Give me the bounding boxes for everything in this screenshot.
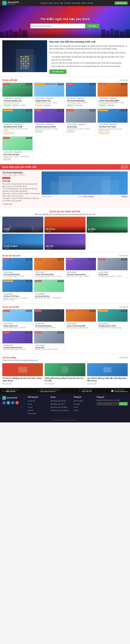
saigon-section: Dự án tại Sài Gòn Xem tất cả Đang bán 07… [0,253,130,304]
footer-newsletter-col: Thông tin Đăng ký nhận thông tin mới nhấ… [97,396,128,415]
city-name-danang: Đà Nẵng [88,228,127,230]
header: RE REALESTATE Bất động sản Trang chủ Dự … [0,0,130,6]
phone-button[interactable]: 0962.482.424 [115,2,128,5]
hn-card-5[interactable]: Đang bán 07/2021 Dt: 25 - 72 km² Verosa … [34,331,64,351]
footer-logo-col: RE REALESTATE f t in ▶ [2,396,25,415]
city-count-danang: 18 dự án [88,230,127,232]
hn-card-2[interactable]: Đang bán 07/2021 Dt: 29 - 32 km² Lorem V… [66,309,96,330]
prop-name-6: Verosa Park [67,126,95,128]
email-icon: ✉ [38,390,39,392]
nav-beautiful[interactable]: Căn hộ đẹp [72,2,80,4]
city-count-haiphong: 19 dự án [46,230,84,232]
news-card-0[interactable]: Tin tức các bất động sản mới chính thức … [2,363,43,385]
city-name-cantho: Cần Thơ [46,245,84,247]
prop-card-6[interactable]: Đang bán 07/2021 Dt: 29 - 32 km² Tầng nh… [66,109,96,135]
hero-section: Tìm kiếm ngôi nhà bạn yêu thích Tìm kiếm [0,6,130,38]
nav-contact[interactable]: Liên hệ [88,2,93,4]
about-learn-more-button[interactable]: Tìm hiểu thêm [49,70,66,74]
footer-info-3[interactable]: Hỗ trợ [74,409,94,412]
featured-view-all[interactable]: Xem tất cả [119,79,128,81]
news-section: Tin thị trường Xem tất cả Thông tin mới … [0,354,130,387]
footer-projects-col: Dự án Bất động sản Hà Nội Bất động sản H… [51,396,71,415]
footer-proj-hn[interactable]: Bất động sản Hà Nội [51,399,71,402]
city-card-hanoi[interactable]: Hà Nội 18 dự án [2,217,43,232]
logo[interactable]: RE REALESTATE Bất động sản [2,1,19,5]
sg-card-3[interactable]: Đang bán 07/2021 Dt: 16 - 71 km² Verosa … [98,258,128,278]
social-youtube[interactable]: ▶ [15,401,19,404]
newsletter-button[interactable]: Đăng ký [119,402,128,406]
prop-name-2: The Grand Manhattan [67,100,95,102]
nav-projects[interactable]: Dự án [49,2,53,4]
most-viewed-section: Dự án được quan tâm nhiều nhất ‹ › The G… [0,164,130,207]
social-twitter[interactable]: t [7,401,10,404]
footer-info-0[interactable]: Tin thị trường [74,399,94,402]
prop-card-3[interactable]: Đang bán 07/2021 Dt: 29 - 32 km² Tầng nh… [98,83,128,107]
nav-invest[interactable]: Đầu tư [81,2,86,4]
newsletter-input[interactable] [97,402,119,406]
city-card-danang[interactable]: Đà Nẵng 18 dự án [87,217,128,232]
search-input[interactable] [30,24,85,28]
contact-business: 📱 Hỗ trợ kinh doanh 0962.482.424 [79,389,92,392]
cities-grid: Hà Nội 18 dự án Hải Phòng 19 dự án Đà Nẵ… [2,217,128,250]
prop-card-7[interactable]: Đang xây dựng 07/2021 Dt: 29 - 32 km² Tầ… [98,109,128,135]
city-card-haiphong[interactable]: Hải Phòng 19 dự án [44,217,86,232]
news-view-all[interactable]: Xem tất cả [119,356,128,358]
sg-card-2[interactable]: Đang bán 07/2021 Dt: 53 - 95 km² Sunshin… [66,258,96,278]
footer-info-2[interactable]: Tin tức [74,406,94,409]
news-title: Tin thị trường [2,356,16,359]
mv-badge: Đang bán [2,177,10,179]
prop-card-0[interactable]: Đang bán 05/2021 Dt: 55 - 52 km² Tầng nh… [2,83,33,107]
nav-sell[interactable]: Bán [60,2,63,4]
saigon-view-all[interactable]: Xem tất cả [119,254,128,256]
news-card-1[interactable]: Những điều không tưởng khi quá trình bán… [45,363,85,385]
sg-card-0[interactable]: Đang bán 07/2021 Dt: 29 - 32 km² The Gra… [2,258,33,278]
prop-card-1[interactable]: ');background-size:cover;"> Đang xây dựn… [34,83,64,107]
featured-grid: Đang bán 05/2021 Dt: 55 - 52 km² Tầng nh… [2,83,128,161]
footer-link-contact[interactable]: Liên hệ [28,409,48,412]
nav-news[interactable]: Tin tức [54,2,59,4]
next-button[interactable]: › [125,166,128,168]
hn-card-3[interactable]: Đang xây dựng 07/2021 Dt: 29 - 32 km² No… [98,309,128,330]
prop-card-5[interactable]: Đang bán 07/2021 Dt: 53 - 95 km² Tầng nh… [34,109,64,135]
news-link-1[interactable]: Xem Chi Tiết [45,383,54,385]
hanoi-view-all[interactable]: Xem tất cả [119,306,128,308]
footer: RE REALESTATE f t in ▶ Về chúng tôi Tran… [0,394,130,422]
nav-home[interactable]: Trang chủ [40,2,48,4]
sg-card-4[interactable]: Đang xây dựng 07/2021 Dt: 29 - 32 km² Th… [2,280,33,301]
about-text1: ABC mang muốn mang đến cho bạn trải nghi… [49,45,128,50]
news-link-2[interactable]: Xem Chi Tiết [87,383,96,385]
social-linkedin[interactable]: in [11,401,14,404]
social-facebook[interactable]: f [2,401,6,404]
news-card-2[interactable]: Làm thế nào để tăng nhiều tiếp nhận bằng… [87,363,128,385]
footer-copyright: © 2021 RealEstate. All rights reserved. [53,419,77,421]
prop-card-4[interactable]: Đang xây dựng 07/2021 Dt: 29 - 32 km² Tầ… [2,109,33,135]
footer-info-col: Thông tin Tin thị trường Tin dự án Tin t… [74,396,94,415]
city-card-hcm[interactable]: TP Hồ Chí Minh 17 dự án [2,234,43,250]
footer-info-1[interactable]: Tin dự án [74,402,94,406]
city-card-cantho[interactable]: Cần Thơ 13 dự án [44,234,86,250]
footer-link-terms[interactable]: Điều khoản [28,412,48,415]
sg-card-1[interactable]: Đang bán 07/2021 Dt: 29 - 42 km² Lorem V… [34,258,64,278]
prop-card-8[interactable]: Đang bán 07/2021 Dt: 29 - 32 km² Tầng nh… [2,136,33,161]
phone-icon: 📞 [2,390,5,392]
footer-link-home[interactable]: Trang chủ [28,399,48,402]
footer-proj-hp[interactable]: Bất động sản Hải Phòng [51,409,71,412]
footer-link-projects[interactable]: Dự án [28,402,48,406]
sg-card-5[interactable]: Đang bán 07/2021 Dt: 48 - 95 km² Eco Gre… [34,280,64,301]
news-subtitle: Thông tin mới nhất về thị trường bất độn… [2,360,128,362]
about-list-item-3: Dịch vụ ABC đã có hộ đến thể làm rõ các … [49,65,128,68]
city-name-haiphong: Hải Phòng [46,228,84,230]
hn-card-1[interactable]: Đang bán 07/2021 Dt: 163 + km² The Grand… [34,309,64,330]
prev-button[interactable]: ‹ [121,166,124,168]
footer-link-news[interactable]: Tin tức [28,406,48,409]
hn-card-0[interactable]: Đang bán 07/2021 Dt: 68 - 90 km² Saigon … [2,309,33,330]
hn-card-4[interactable]: Đang bán 07/2021 Dt: 29 - 32 km² Sunshin… [2,331,33,351]
search-form: Tìm kiếm [30,24,100,28]
prop-card-2[interactable]: Đang bán 07/2021 Dt: 100 + km² Tầng nhà:… [66,83,96,107]
search-button[interactable]: Tìm kiếm [85,24,100,28]
footer-proj-hcm[interactable]: Bất động sản HCM [51,402,71,406]
footer-proj-dn[interactable]: Bất động sản Đà Nẵng [51,406,71,409]
news-link-0[interactable]: Xem Chi Tiết [2,383,11,385]
city-name-hcm: TP Hồ Chí Minh [3,245,42,247]
nav-rent[interactable]: Cho thuê [64,2,71,4]
